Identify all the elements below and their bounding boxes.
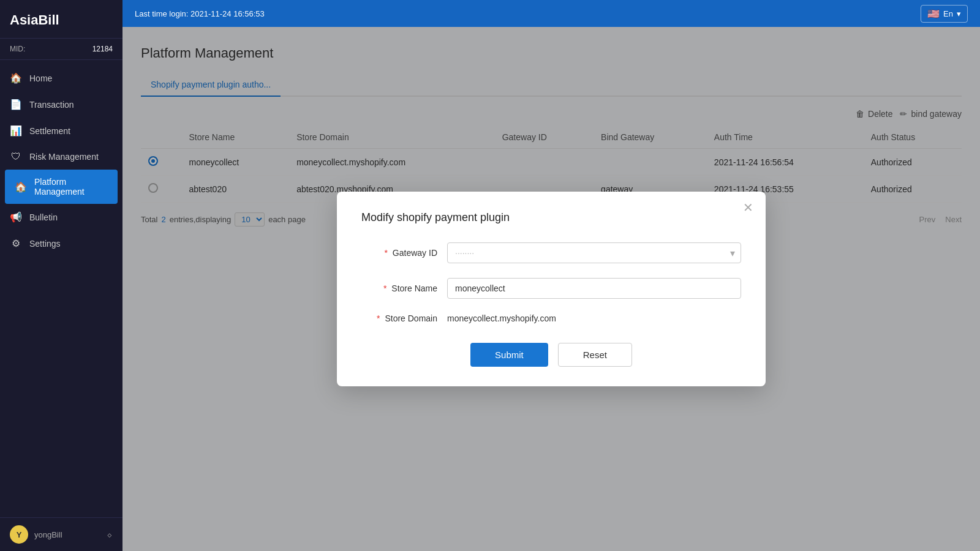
sidebar-item-label: Risk Management: [29, 152, 99, 162]
transaction-icon: 📄: [10, 99, 22, 110]
gateway-id-select[interactable]: ········: [447, 242, 741, 263]
sidebar-item-settings[interactable]: ⚙ Settings: [0, 230, 123, 257]
sidebar-item-risk-management[interactable]: 🛡 Risk Management: [0, 144, 123, 170]
modal: Modify shopify payment plugin ✕ * Gatewa…: [337, 192, 766, 386]
sidebar-item-label: Transaction: [29, 100, 74, 110]
chevron-down-icon: ▾: [957, 9, 961, 18]
required-star: *: [385, 248, 388, 258]
modal-close-button[interactable]: ✕: [743, 201, 753, 214]
app-logo: AsiaBill: [0, 0, 123, 39]
home-icon: 🏠: [10, 72, 22, 84]
modal-actions: Submit Reset: [361, 343, 741, 367]
gateway-id-select-wrapper: ········ ▾: [447, 242, 741, 263]
store-domain-row: * Store Domain moneycollect.myshopify.co…: [361, 313, 741, 323]
sidebar-item-label: Home: [29, 73, 52, 83]
sidebar-item-platform-management[interactable]: 🏠 Platform Management: [5, 170, 118, 204]
settings-icon: ⚙: [10, 238, 22, 249]
store-name-row: * Store Name: [361, 278, 741, 299]
mid-value: 12184: [92, 45, 113, 53]
flag-icon: 🇺🇸: [927, 8, 940, 20]
gateway-id-label: * Gateway ID: [361, 248, 447, 258]
store-domain-value: moneycollect.myshopify.com: [447, 313, 741, 323]
language-selector[interactable]: 🇺🇸 En ▾: [921, 5, 968, 23]
mid-label: MID:: [10, 45, 25, 53]
required-star: *: [377, 313, 380, 323]
last-login-text: Last time login: 2021-11-24 16:56:53: [135, 9, 265, 18]
sidebar-item-settlement[interactable]: 📊 Settlement: [0, 118, 123, 144]
sidebar: AsiaBill MID: 12184 🏠 Home 📄 Transaction…: [0, 0, 123, 551]
required-star: *: [383, 283, 386, 293]
sidebar-nav: 🏠 Home 📄 Transaction 📊 Settlement 🛡 Risk…: [0, 60, 123, 517]
submit-button[interactable]: Submit: [470, 343, 548, 367]
settlement-icon: 📊: [10, 125, 22, 137]
risk-icon: 🛡: [10, 151, 22, 162]
avatar: Y: [10, 525, 28, 544]
gateway-id-row: * Gateway ID ········ ▾: [361, 242, 741, 263]
sidebar-item-label: Bulletin: [29, 212, 58, 222]
topbar: Last time login: 2021-11-24 16:56:53 🇺🇸 …: [123, 0, 980, 27]
mid-row: MID: 12184: [0, 39, 123, 60]
sidebar-item-bulletin[interactable]: 📢 Bulletin: [0, 204, 123, 230]
modal-title: Modify shopify payment plugin: [361, 211, 741, 224]
main-content: Last time login: 2021-11-24 16:56:53 🇺🇸 …: [123, 0, 980, 551]
bulletin-icon: 📢: [10, 211, 22, 223]
reset-button[interactable]: Reset: [558, 343, 632, 367]
user-settings-icon[interactable]: ⬦: [107, 529, 113, 540]
store-name-label: * Store Name: [361, 283, 447, 293]
language-label: En: [943, 9, 953, 18]
store-domain-label: * Store Domain: [361, 313, 447, 323]
sidebar-item-transaction[interactable]: 📄 Transaction: [0, 91, 123, 118]
sidebar-item-label: Settings: [29, 239, 61, 249]
username: yongBill: [34, 530, 62, 539]
sidebar-item-home[interactable]: 🏠 Home: [0, 65, 123, 91]
platform-icon: 🏠: [15, 181, 27, 193]
content-area: Platform Management Shopify payment plug…: [123, 27, 980, 551]
store-name-input[interactable]: [447, 278, 741, 299]
sidebar-item-label: Platform Management: [34, 177, 108, 197]
modal-overlay: Modify shopify payment plugin ✕ * Gatewa…: [123, 27, 980, 551]
sidebar-footer: Y yongBill ⬦: [0, 517, 123, 551]
sidebar-item-label: Settlement: [29, 126, 70, 136]
